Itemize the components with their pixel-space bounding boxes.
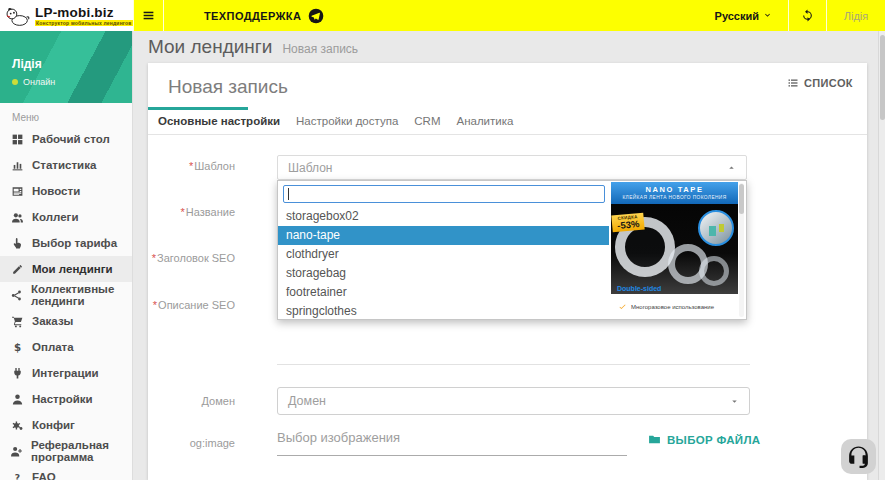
- seo-description-underline: [277, 364, 750, 365]
- breadcrumb-current: Новая запись: [282, 42, 358, 56]
- bar-chart-icon: [10, 159, 24, 172]
- sidebar-item-config[interactable]: Конфиг: [0, 412, 132, 438]
- template-options-list: storagebox02 nano-tape clothdryer storag…: [278, 207, 609, 321]
- sidebar-item-label: Реферальная программа: [31, 439, 132, 463]
- list-button-label: СПИСОК: [804, 77, 853, 89]
- person-plus-icon: [10, 445, 23, 458]
- sidebar-item-payment[interactable]: $Оплата: [0, 334, 132, 360]
- online-status-dot: [12, 79, 18, 85]
- sidebar: Лідія Онлайн Меню Рабочий стол Статистик…: [0, 31, 133, 480]
- sidebar-item-referral[interactable]: Реферальная программа: [0, 438, 132, 464]
- hamburger-icon: [142, 9, 155, 22]
- caret-up-icon: [727, 163, 736, 172]
- name-label: *Название: [148, 206, 235, 218]
- sidebar-item-statistics[interactable]: Статистика: [0, 152, 132, 178]
- choose-file-button[interactable]: ВЫБОР ФАЙЛА: [648, 433, 760, 446]
- domain-select[interactable]: Домен: [277, 387, 750, 415]
- option-footretainer[interactable]: footretainer: [278, 283, 609, 302]
- dollar-icon: $: [10, 341, 24, 354]
- refresh-button[interactable]: [789, 0, 826, 31]
- option-storagebox02[interactable]: storagebox02: [278, 207, 609, 226]
- template-preview-image: NANO TAPE КЛЕЙКАЯ ЛЕНТА НОВОГО ПОКОЛЕНИЯ…: [611, 182, 738, 319]
- template-select[interactable]: Шаблон: [277, 155, 747, 180]
- tab-main-settings[interactable]: Основные настройки: [150, 115, 288, 127]
- header-username[interactable]: Лідія: [827, 0, 885, 31]
- sidebar-item-label: Интеграции: [32, 367, 99, 379]
- dashboard-icon: [10, 133, 24, 146]
- sidebar-item-label: FAQ: [32, 471, 56, 480]
- sidebar-item-collective-landings[interactable]: Коллективные лендинги: [0, 282, 132, 308]
- template-search-input[interactable]: [283, 185, 605, 203]
- hand-pointer-icon: [10, 237, 24, 250]
- sidebar-item-label: Коллективные лендинги: [31, 283, 132, 307]
- option-clothdryer[interactable]: clothdryer: [278, 245, 609, 264]
- list-icon: [787, 77, 799, 89]
- text-cursor: [288, 188, 289, 200]
- sidebar-item-colleagues[interactable]: Коллеги: [0, 204, 132, 230]
- sidebar-item-orders[interactable]: Заказы: [0, 308, 132, 334]
- template-dropdown: storagebox02 nano-tape clothdryer storag…: [277, 180, 747, 320]
- user-panel: Лідія Онлайн: [0, 31, 132, 103]
- caret-down-icon: [730, 397, 739, 406]
- template-select-placeholder: Шаблон: [278, 161, 727, 175]
- sidebar-item-faq[interactable]: ?FAQ: [0, 464, 132, 480]
- check-icon: [618, 302, 627, 311]
- og-image-label: og:image: [148, 437, 235, 449]
- sidebar-item-label: Статистика: [32, 159, 96, 171]
- headset-icon: [846, 444, 871, 469]
- sidebar-item-label: Рабочий стол: [32, 133, 110, 145]
- option-springclothes[interactable]: springclothes: [278, 302, 609, 321]
- users-icon: [10, 211, 24, 224]
- sidebar-item-integrations[interactable]: Интеграции: [0, 360, 132, 386]
- logo-tagline: Конструктор мобильных лендингов: [35, 20, 133, 26]
- support-label: ТЕХПОДДЕРЖКА: [204, 10, 301, 22]
- language-selector[interactable]: Русский: [715, 0, 788, 31]
- sidebar-item-tariff[interactable]: Выбор тарифа: [0, 230, 132, 256]
- sidebar-item-my-landings[interactable]: Мои лендинги: [0, 256, 132, 282]
- tape-roll-graphic: [699, 256, 729, 286]
- discount-badge: СКИДКА -53%: [611, 213, 645, 233]
- choose-file-label: ВЫБОР ФАЙЛА: [667, 434, 760, 446]
- dog-logo-icon: [5, 6, 31, 26]
- scrollbar-thumb[interactable]: [880, 35, 885, 120]
- sidebar-item-label: Оплата: [32, 341, 74, 353]
- preview-title: NANO TAPE: [611, 185, 738, 194]
- tab-analytics[interactable]: Аналитика: [448, 115, 521, 127]
- cart-icon: [10, 315, 24, 328]
- sidebar-item-settings[interactable]: Настройки: [0, 386, 132, 412]
- support-button[interactable]: ТЕХПОДДЕРЖКА: [164, 0, 346, 31]
- seo-title-label: *Заголовок SEO: [148, 252, 235, 264]
- refresh-icon: [801, 9, 814, 22]
- tab-crm[interactable]: CRM: [406, 115, 448, 127]
- sidebar-item-dashboard[interactable]: Рабочий стол: [0, 126, 132, 152]
- dropdown-scrollbar[interactable]: [739, 183, 744, 317]
- option-nano-tape[interactable]: nano-tape: [278, 226, 609, 245]
- record-card: Новая запись СПИСОК Основные настройки Н…: [148, 63, 867, 480]
- sidebar-toggle-button[interactable]: [133, 0, 164, 31]
- sidebar-menu: Рабочий стол Статистика Новости Коллеги …: [0, 126, 132, 480]
- tab-access-settings[interactable]: Настройки доступа: [288, 115, 406, 127]
- sidebar-item-news[interactable]: Новости: [0, 178, 132, 204]
- logo-title: LP-mobi.biz: [35, 6, 133, 19]
- option-storagebag[interactable]: storagebag: [278, 264, 609, 283]
- pencil-icon: [10, 263, 24, 276]
- tab-bar: Основные настройки Настройки доступа CRM…: [148, 107, 867, 135]
- page-title: Мои лендинги: [148, 36, 272, 58]
- person-icon: [10, 393, 24, 406]
- app-logo[interactable]: LP-mobi.biz Конструктор мобильных лендин…: [0, 0, 133, 31]
- domain-label: Домен: [148, 395, 235, 407]
- user-name: Лідія: [12, 57, 132, 71]
- question-icon: ?: [10, 471, 24, 480]
- seo-description-label: *Описание SEO: [148, 299, 235, 311]
- sidebar-item-label: Выбор тарифа: [32, 237, 117, 249]
- image-picker-field[interactable]: Выбор изображения: [277, 430, 400, 445]
- list-button[interactable]: СПИСОК: [787, 77, 853, 89]
- support-chat-button[interactable]: [841, 439, 876, 474]
- menu-section-label: Меню: [0, 103, 132, 126]
- user-status: Онлайн: [23, 77, 55, 87]
- share-icon: [10, 289, 23, 302]
- top-header: LP-mobi.biz Конструктор мобильных лендин…: [0, 0, 885, 31]
- telegram-icon: [308, 8, 324, 24]
- page-scrollbar[interactable]: [878, 31, 885, 480]
- image-picker-underline: [277, 455, 627, 456]
